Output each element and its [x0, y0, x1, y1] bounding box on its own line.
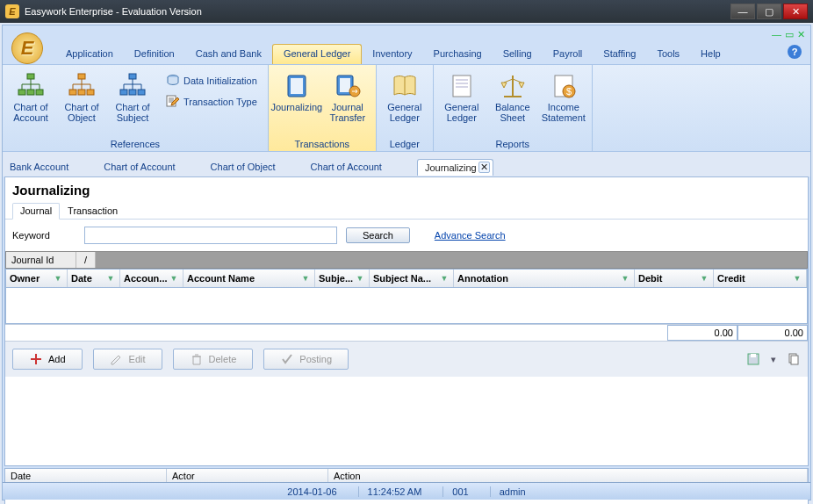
menu-cash-and-bank[interactable]: Cash and Bank: [185, 45, 272, 64]
col-account[interactable]: Accoun...▼: [120, 270, 183, 287]
search-button[interactable]: Search: [346, 227, 410, 243]
journal-transfer-icon: [334, 72, 362, 100]
chevron-down-icon[interactable]: ▼: [355, 274, 365, 283]
data-grid: Owner▼ Date▼ Accoun...▼ Account Name▼ Su…: [5, 269, 808, 324]
col-annotation[interactable]: Annotation▼: [454, 270, 635, 287]
ribbon-balance-sheet-label: Balance Sheet: [492, 102, 534, 123]
chevron-down-icon[interactable]: ▼: [300, 274, 311, 283]
tab-journalizing[interactable]: Journalizing ✕: [417, 159, 493, 176]
tab-chart-of-account[interactable]: Chart of Account: [104, 162, 175, 172]
delete-button[interactable]: Delete: [173, 349, 254, 370]
col-owner[interactable]: Owner▼: [6, 270, 68, 287]
col-date[interactable]: Date▼: [68, 270, 120, 287]
report-money-icon: $: [550, 72, 578, 100]
ribbon-chart-of-subject[interactable]: Chart of Subject: [110, 68, 155, 137]
delete-icon: [190, 352, 204, 366]
advance-search-link[interactable]: Advance Search: [435, 230, 506, 241]
chevron-down-icon[interactable]: ▼: [439, 274, 450, 283]
edit-button[interactable]: Edit: [93, 349, 162, 370]
inner-minimize-icon[interactable]: —: [772, 29, 781, 40]
tab-chart-of-account-2[interactable]: Chart of Account: [311, 162, 382, 172]
chevron-down-icon[interactable]: ▼: [53, 274, 63, 283]
inner-restore-icon[interactable]: ▭: [785, 29, 794, 40]
tab-bank-account[interactable]: Bank Account: [10, 162, 68, 172]
menu-definition[interactable]: Definition: [124, 45, 185, 64]
posting-button[interactable]: Posting: [263, 349, 349, 370]
window-title: Easywork Enterprise - Evaluation Version: [25, 6, 730, 17]
chevron-down-icon[interactable]: ▼: [620, 274, 630, 283]
maximize-button[interactable]: ▢: [757, 4, 781, 19]
ribbon-group-reports: General Ledger Balance Sheet $ Income St…: [434, 65, 593, 151]
svg-rect-26: [791, 356, 798, 364]
svg-rect-7: [87, 90, 94, 95]
svg-rect-11: [138, 90, 145, 95]
menu-general-ledger[interactable]: General Ledger: [272, 44, 362, 64]
chevron-down-icon[interactable]: ▼: [169, 274, 179, 283]
col-account-name[interactable]: Account Name▼: [183, 270, 315, 287]
copy-page-icon[interactable]: [787, 352, 801, 366]
ribbon-chart-of-object[interactable]: Chart of Object: [59, 68, 104, 137]
chevron-down-icon[interactable]: ▼: [792, 274, 802, 283]
add-icon: [29, 352, 43, 366]
ribbon-balance-sheet[interactable]: Balance Sheet: [490, 68, 536, 137]
dropdown-caret-icon[interactable]: ▾: [771, 354, 776, 365]
ribbon-general-ledger[interactable]: General Ledger: [382, 68, 428, 137]
ribbon-group-references: Chart of Account Chart of Object Chart o…: [3, 65, 269, 151]
svg-rect-19: [453, 76, 471, 97]
ribbon-income-statement[interactable]: $ Income Statement: [541, 68, 586, 137]
menu-tools[interactable]: Tools: [646, 45, 690, 64]
grid-group-row: Journal Id /: [5, 251, 808, 269]
col-debit[interactable]: Debit▼: [635, 270, 714, 287]
inner-close-icon[interactable]: ✕: [797, 29, 805, 40]
menu-payroll[interactable]: Payroll: [543, 45, 594, 64]
menu-purchasing[interactable]: Purchasing: [423, 45, 493, 64]
ribbon-transaction-type[interactable]: Transaction Type: [164, 93, 259, 111]
col-subject-name[interactable]: Subject Na...▼: [370, 270, 454, 287]
journal-book-icon: [283, 72, 311, 100]
group-slash: /: [84, 255, 87, 265]
subtab-journal[interactable]: Journal: [12, 203, 60, 220]
col-subject[interactable]: Subje...▼: [315, 270, 370, 287]
ribbon-group-transactions-label: Transactions: [274, 137, 371, 151]
chevron-down-icon[interactable]: ▼: [105, 274, 116, 283]
status-date: 2014-01-06: [278, 486, 345, 497]
ribbon-income-statement-label: Income Statement: [542, 102, 586, 123]
menu-staffing[interactable]: Staffing: [593, 45, 646, 64]
subtab-transaction[interactable]: Transaction: [60, 203, 126, 219]
app-brand-icon: E: [11, 32, 43, 64]
ribbon-report-gl-label: General Ledger: [441, 102, 483, 123]
ribbon-data-initialization[interactable]: Data Initialization: [164, 72, 259, 90]
ribbon-journal-transfer[interactable]: Journal Transfer: [325, 68, 371, 137]
svg-rect-9: [120, 90, 127, 95]
tab-close-icon[interactable]: ✕: [478, 162, 490, 173]
menu-application[interactable]: Application: [55, 45, 124, 64]
ribbon-chart-of-account-label: Chart of Account: [10, 102, 52, 123]
help-icon[interactable]: ?: [788, 45, 802, 59]
ribbon-report-general-ledger[interactable]: General Ledger: [439, 68, 485, 137]
minimize-button[interactable]: —: [730, 4, 755, 19]
chevron-down-icon[interactable]: ▼: [699, 274, 709, 283]
total-credit: 0.00: [737, 325, 808, 341]
status-bar: 2014-01-06 11:24:52 AM 001 admin: [3, 482, 810, 500]
menu-help[interactable]: Help: [690, 45, 731, 64]
close-button[interactable]: ✕: [783, 4, 808, 19]
save-disk-icon[interactable]: [746, 352, 760, 366]
keyword-input[interactable]: [84, 227, 337, 244]
menu-selling[interactable]: Selling: [493, 45, 543, 64]
add-button[interactable]: Add: [12, 349, 83, 370]
menu-inventory[interactable]: Inventory: [362, 45, 422, 64]
ribbon-journalizing-label: Journalizing: [270, 102, 322, 112]
ribbon-journalizing[interactable]: Journalizing: [274, 68, 320, 137]
svg-text:$: $: [566, 86, 572, 97]
total-debit: 0.00: [667, 325, 737, 341]
svg-rect-6: [78, 90, 85, 95]
org-chart-icon: [119, 72, 147, 100]
title-bar: E Easywork Enterprise - Evaluation Versi…: [0, 0, 813, 23]
svg-rect-8: [129, 74, 136, 79]
svg-rect-3: [36, 90, 43, 95]
col-credit[interactable]: Credit▼: [714, 270, 807, 287]
open-book-icon: [391, 72, 419, 100]
ribbon-chart-of-account[interactable]: Chart of Account: [8, 68, 54, 137]
tab-chart-of-object[interactable]: Chart of Object: [211, 162, 276, 172]
svg-rect-4: [78, 74, 85, 79]
